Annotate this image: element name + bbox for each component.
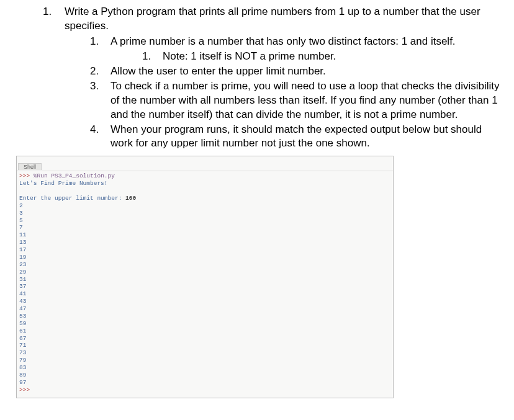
problem-list: Write a Python program that prints all p…	[10, 5, 504, 151]
shell-input-value: 100	[125, 195, 136, 202]
problem-main-text: Write a Python program that prints all p…	[65, 6, 480, 32]
sub-item-1: A prime number is a number that has only…	[102, 35, 504, 64]
sub-item-3-text: To check if a number is prime, you will …	[110, 80, 499, 120]
shell-prompt-2: >>>	[19, 386, 30, 393]
sub-item-3: To check if a number is prime, you will …	[102, 79, 504, 122]
sub-item-2: Allow the user to enter the upper limit …	[102, 65, 504, 79]
shell-body: >>> %Run PS3_P4_solution.py Let's Find P…	[17, 171, 393, 397]
primes-output: 2 3 5 7 11 13 17 19 23 29 31 37 41 43 47…	[19, 202, 26, 386]
sub-sub-item-1: Note: 1 itself is NOT a prime number.	[154, 50, 504, 64]
sub-item-4-text: When your program runs, it should match …	[110, 123, 482, 150]
problem-main-item: Write a Python program that prints all p…	[55, 5, 504, 151]
shell-prompt-1: >>>	[19, 172, 34, 179]
shell-tab: Shell	[18, 163, 42, 170]
shell-output-panel: Shell >>> %Run PS3_P4_solution.py Let's …	[16, 156, 394, 398]
shell-header: Let's Find Prime Numbers!	[19, 180, 108, 187]
shell-input-prompt: Enter the upper limit number:	[19, 195, 125, 202]
problem-sub-list: A prime number is a number that has only…	[65, 35, 504, 151]
shell-run-command: %Run PS3_P4_solution.py	[34, 172, 115, 179]
sub-sub-list: Note: 1 itself is NOT a prime number.	[110, 50, 504, 64]
sub-item-2-text: Allow the user to enter the upper limit …	[110, 65, 326, 77]
sub-item-4: When your program runs, it should match …	[102, 123, 504, 151]
sub-sub-item-1-text: Note: 1 itself is NOT a prime number.	[163, 50, 336, 62]
sub-item-1-text: A prime number is a number that has only…	[110, 35, 456, 47]
